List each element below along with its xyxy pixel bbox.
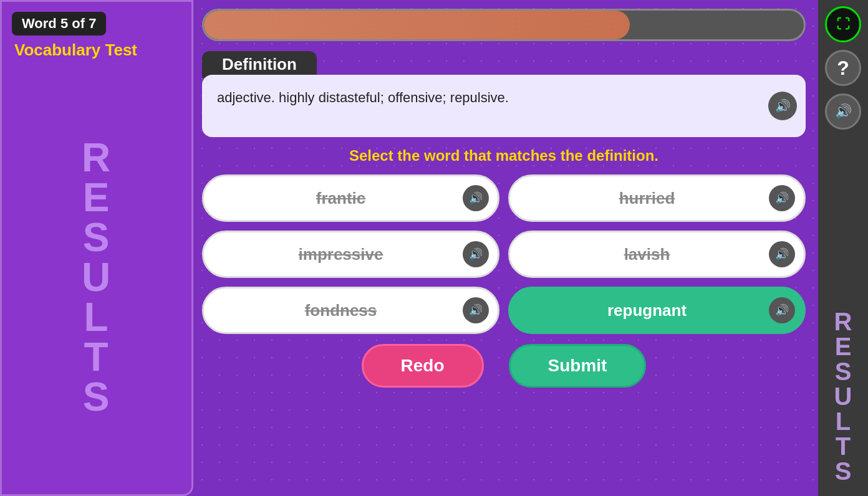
results-letter-s2: S — [83, 377, 111, 417]
definition-wrapper: Definition adjective. highly distasteful… — [202, 75, 806, 137]
answer-frantic[interactable]: frantic 🔊 — [202, 174, 499, 222]
answer-sound-impressive[interactable]: 🔊 — [463, 241, 489, 267]
answer-fondness[interactable]: fondness 🔊 — [202, 287, 499, 334]
answer-word-frantic: frantic — [219, 189, 463, 208]
answer-impressive[interactable]: impressive 🔊 — [202, 231, 499, 278]
definition-text: adjective. highly distasteful; offensive… — [217, 87, 768, 108]
submit-button[interactable]: Submit — [509, 344, 647, 388]
results-letter-l: L — [84, 297, 109, 337]
right-result-e: E — [835, 334, 852, 359]
sound-icon-lavish: 🔊 — [775, 247, 789, 261]
results-vertical: R E S U L T S — [12, 70, 181, 484]
instruction-text: Select the word that matches the definit… — [202, 147, 806, 165]
right-result-s1: S — [835, 359, 852, 384]
sound-button[interactable]: 🔊 — [825, 93, 861, 130]
answer-sound-frantic[interactable]: 🔊 — [463, 185, 489, 211]
results-letter-r: R — [82, 138, 112, 178]
answer-sound-lavish[interactable]: 🔊 — [769, 241, 795, 267]
main-content: Definition adjective. highly distasteful… — [193, 0, 818, 496]
answer-hurried[interactable]: hurried 🔊 — [508, 174, 806, 222]
answer-word-repugnant: repugnant — [525, 301, 769, 320]
sound-icon-frantic: 🔊 — [469, 191, 483, 205]
sound-icon-def: 🔊 — [775, 98, 791, 113]
answer-word-hurried: hurried — [525, 189, 769, 208]
word-counter: Word 5 of 7 — [12, 12, 106, 36]
progress-bar-fill — [204, 11, 630, 39]
right-results-panel: R E S U L T S — [824, 309, 862, 490]
answer-word-fondness: fondness — [219, 301, 463, 320]
redo-button[interactable]: Redo — [362, 344, 484, 388]
results-letter-u: U — [82, 257, 112, 297]
vocab-test-label: Vocabulary Test — [14, 41, 137, 60]
sound-icon-repugnant: 🔊 — [775, 303, 789, 317]
expand-icon: ⛶ — [836, 17, 850, 31]
answer-word-impressive: impressive — [219, 245, 463, 264]
answer-sound-repugnant[interactable]: 🔊 — [769, 297, 795, 323]
answer-word-lavish: lavish — [525, 245, 769, 264]
answer-lavish[interactable]: lavish 🔊 — [508, 231, 806, 278]
results-letter-t: T — [84, 337, 109, 377]
action-row: Redo Submit — [202, 344, 806, 388]
right-result-u: U — [834, 384, 852, 409]
expand-button[interactable]: ⛶ — [825, 6, 861, 42]
definition-section: adjective. highly distasteful; offensive… — [202, 75, 806, 137]
progress-bar-container — [202, 9, 806, 41]
definition-tab: Definition — [202, 51, 317, 78]
definition-sound-button[interactable]: 🔊 — [768, 92, 797, 120]
right-result-t: T — [836, 434, 851, 459]
left-sidebar: Word 5 of 7 Vocabulary Test R E S U L T … — [0, 0, 193, 496]
answer-repugnant[interactable]: repugnant 🔊 — [508, 287, 806, 334]
question-icon: ? — [837, 57, 849, 80]
sound-icon-main: 🔊 — [835, 103, 852, 120]
sound-icon-hurried: 🔊 — [775, 191, 789, 205]
right-result-l: L — [836, 409, 851, 434]
answer-sound-fondness[interactable]: 🔊 — [463, 297, 489, 323]
right-result-r: R — [834, 309, 852, 334]
answer-sound-hurried[interactable]: 🔊 — [769, 185, 795, 211]
results-letter-e: E — [83, 178, 111, 217]
answer-grid: frantic 🔊 hurried 🔊 impressive 🔊 lavish … — [202, 174, 806, 334]
sound-icon-fondness: 🔊 — [469, 303, 483, 317]
results-letter-s1: S — [83, 217, 111, 257]
right-sidebar: ⛶ ? 🔊 R E S U L T S — [818, 0, 868, 496]
help-button[interactable]: ? — [825, 50, 861, 86]
right-result-s2: S — [835, 459, 852, 484]
sound-icon-impressive: 🔊 — [469, 247, 483, 261]
